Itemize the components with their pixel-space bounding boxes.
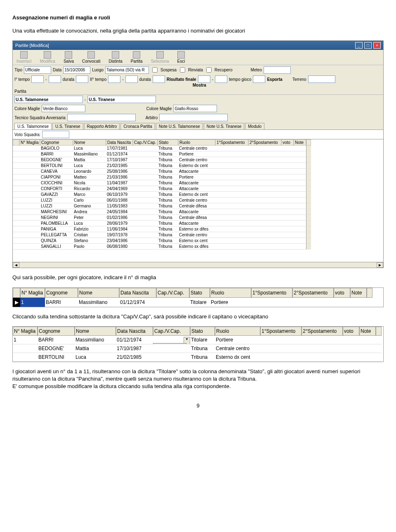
- table-row[interactable]: PANIGAFabrizio11/06/1984TribunaEsterno s…: [13, 226, 383, 232]
- toolbar-convocati[interactable]: Convocati: [80, 51, 102, 64]
- col-header[interactable]: Data Nascita: [106, 139, 133, 146]
- table-row[interactable]: CANEVALeonardo25/08/1986TribunaAttaccant…: [13, 169, 383, 174]
- tab-item[interactable]: Note U.S. Talamonese: [156, 123, 203, 129]
- table-row[interactable]: SANGALLIPaolo06/08/1980TribunaEsterno sx…: [13, 244, 383, 250]
- col-header[interactable]: Cap./V.Cap.: [156, 288, 189, 298]
- tab-item[interactable]: Cronaca Partita: [120, 123, 155, 129]
- col-header[interactable]: Stato: [189, 288, 210, 298]
- tg-input[interactable]: [253, 75, 265, 83]
- team2-input[interactable]: [87, 96, 156, 103]
- col-header[interactable]: Cognome: [38, 327, 75, 336]
- col-header[interactable]: Nome: [75, 327, 116, 336]
- table-row[interactable]: BARRIMassimiliano01/12/1974TribunaPortie…: [13, 151, 383, 157]
- col-header[interactable]: voto: [334, 288, 350, 298]
- close-icon[interactable]: ×: [373, 42, 381, 49]
- col-header[interactable]: Stato: [190, 327, 215, 336]
- d2-input[interactable]: [153, 75, 165, 83]
- col-header[interactable]: 2°Spostamento: [302, 327, 343, 336]
- col-header[interactable]: 2°Spostamento: [248, 139, 281, 146]
- grid-scrollbar[interactable]: ◄ ►: [13, 262, 383, 268]
- table-row[interactable]: QUINZAStefano23/04/1986TribunaEsterno sx…: [13, 238, 383, 244]
- tab-item[interactable]: U.S. Tiranese: [52, 123, 83, 129]
- t2b-input[interactable]: [125, 75, 138, 83]
- luogo-input[interactable]: [105, 66, 149, 74]
- col-header[interactable]: Cap./V.Cap.: [133, 139, 158, 146]
- minimize-icon[interactable]: _: [355, 42, 363, 49]
- num-cell[interactable]: 1: [20, 298, 45, 307]
- r1-input[interactable]: [198, 75, 210, 83]
- col-header[interactable]: 1°Spostamento: [215, 139, 248, 146]
- col-header[interactable]: [367, 288, 372, 298]
- col-header[interactable]: Ruolo: [215, 327, 260, 336]
- table-row[interactable]: CIOCCHININicola11/04/1987TribunaAttaccan…: [13, 180, 383, 186]
- table-row[interactable]: BERTOLINILuca21/02/1985TribunaEsterno dx…: [13, 163, 383, 169]
- col-header[interactable]: Data Nascita: [116, 327, 153, 336]
- tab-item[interactable]: Modulo: [245, 123, 264, 129]
- col-header[interactable]: Ruolo: [210, 288, 251, 298]
- terreno-input[interactable]: [308, 75, 335, 83]
- toolbar-salva[interactable]: Salva: [61, 51, 76, 64]
- col-header[interactable]: Stato: [158, 139, 178, 146]
- recupero-check[interactable]: [206, 67, 212, 73]
- maximize-icon[interactable]: □: [364, 42, 372, 49]
- toolbar-partita[interactable]: Partita: [129, 51, 145, 64]
- esporta-label[interactable]: Esporta: [267, 77, 282, 82]
- tecnico-input[interactable]: [67, 114, 136, 121]
- col-header[interactable]: Nome: [78, 288, 119, 298]
- team1-input[interactable]: [14, 96, 83, 103]
- col-header[interactable]: Nome: [73, 139, 106, 146]
- col-header[interactable]: Cognome: [45, 288, 78, 298]
- col-header[interactable]: voto: [343, 327, 359, 336]
- table-row[interactable]: CONFORTIRiccardo24/04/1969TribunaAttacca…: [13, 186, 383, 192]
- d1-input[interactable]: [76, 75, 88, 83]
- col-header[interactable]: voto: [281, 139, 294, 146]
- col-header[interactable]: N° Maglia: [20, 288, 45, 298]
- colore1-input[interactable]: [42, 105, 85, 112]
- tab-item[interactable]: Note U.S. Tiranese: [204, 123, 244, 129]
- col-header[interactable]: Cognome: [40, 139, 73, 146]
- table-row[interactable]: BERTOLINILuca21/02/1985TribunaEsterno dx…: [13, 353, 383, 362]
- table-row[interactable]: MARCHESINIAndrea24/05/1984TribunaAttacca…: [13, 209, 383, 215]
- grid2-row[interactable]: ▶ 1 BARRI Massimiliano 01/12/1974 Titola…: [13, 298, 383, 307]
- rinviata-check[interactable]: [180, 67, 185, 73]
- tab-item[interactable]: Rapporto Arbitro: [84, 123, 120, 129]
- col-header[interactable]: [13, 139, 19, 146]
- table-row[interactable]: CIAPPONIMatteo21/03/1986TribunaPortiere: [13, 174, 383, 180]
- table-row[interactable]: LUZZIGermano11/05/1983TribunaCentrale di…: [13, 203, 383, 209]
- tipo-input[interactable]: [24, 66, 51, 74]
- table-row[interactable]: NEGRINIPeter01/02/1986TribunaCentrale di…: [13, 215, 383, 221]
- toolbar-distinta[interactable]: Distinta: [106, 51, 124, 64]
- table-row[interactable]: PELLEGATTACristian19/07/1978TribunaCentr…: [13, 232, 383, 238]
- table-row[interactable]: GAVAZZIMarco06/10/1979TribunaEsterno dx …: [13, 192, 383, 198]
- mostra-label[interactable]: Mostra: [193, 83, 206, 87]
- col-header[interactable]: Note: [294, 139, 306, 146]
- col-header[interactable]: Ruolo: [178, 139, 215, 146]
- scroll-right-icon[interactable]: ►: [377, 262, 383, 268]
- scroll-left-icon[interactable]: ◄: [13, 262, 19, 268]
- toolbar-esci[interactable]: Esci: [175, 51, 187, 64]
- meteo-input[interactable]: [264, 66, 291, 74]
- t1a-input[interactable]: [31, 75, 44, 83]
- voto-input[interactable]: [42, 131, 69, 138]
- col-header[interactable]: 2°Spostamento: [292, 288, 334, 298]
- t1b-input[interactable]: [49, 75, 61, 83]
- table-row[interactable]: BAGIOLOLuca17/07/1981TribunaCentrale cen…: [13, 146, 383, 151]
- col-header[interactable]: [376, 327, 382, 336]
- col-header[interactable]: N° Maglia: [19, 139, 40, 146]
- table-row[interactable]: BEDOGNE'Mattia17/10/1987TribunaCentrale …: [13, 157, 383, 163]
- col-header[interactable]: [306, 139, 311, 146]
- table-row[interactable]: PALOMBELLALuca28/06/1979TribunaAttaccant…: [13, 221, 383, 226]
- table-row[interactable]: 1BARRIMassimiliano01/12/1974▼CapitanoVic…: [13, 336, 383, 344]
- sospesa-check[interactable]: [152, 67, 158, 73]
- col-header[interactable]: Note: [350, 288, 367, 298]
- table-row[interactable]: LUZZICarlo06/01/1988TribunaCentrale cent…: [13, 198, 383, 203]
- tab-item[interactable]: U.S. Talamonese: [14, 123, 52, 129]
- col-header[interactable]: Note: [359, 327, 376, 336]
- col-header[interactable]: 1°Spostamento: [260, 327, 302, 336]
- col-header[interactable]: [13, 288, 20, 298]
- col-header[interactable]: Cap./V.Cap.: [153, 327, 190, 336]
- r2-input[interactable]: [215, 75, 227, 83]
- arbitro-input[interactable]: [159, 114, 228, 121]
- col-header[interactable]: N° Maglia: [13, 327, 38, 336]
- colore2-input[interactable]: [173, 105, 217, 112]
